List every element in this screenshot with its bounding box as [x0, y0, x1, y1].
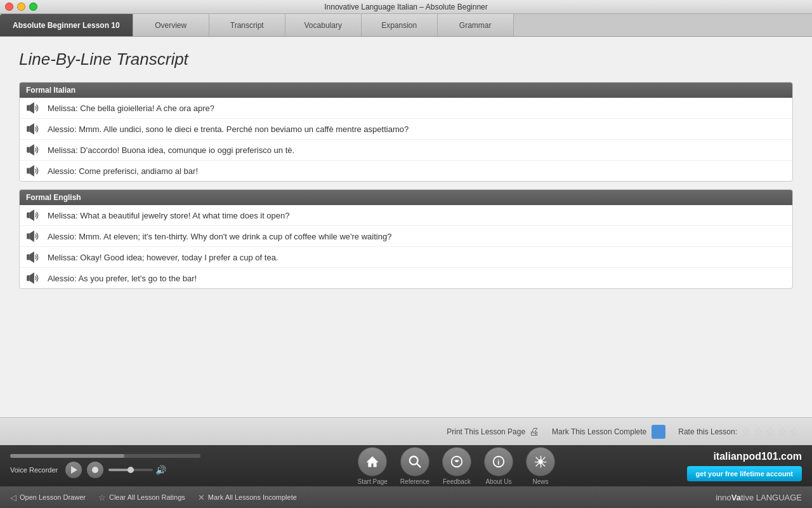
transcript-line: Melissa: Okay! Good idea; however, today… [20, 247, 792, 268]
line-text: Melissa: Che bella gioielleria! A che or… [48, 104, 214, 113]
audio-play-button[interactable] [25, 229, 43, 243]
transcript-line: Melissa: D'accordo! Buona idea, comunque… [20, 140, 792, 161]
playback-controls: Voice Recorder 🔊 [10, 462, 226, 478]
svg-text:i: i [497, 458, 499, 465]
page-title: Line-By-Line Transcript [19, 50, 793, 69]
volume-track [108, 469, 153, 471]
mark-incomplete-label: Mark All Lessons Incomplete [208, 493, 297, 501]
clear-ratings-button[interactable]: ☆ Clear All Lesson Ratings [98, 493, 185, 502]
section-header-italian: Formal Italian [20, 83, 792, 98]
rate-section: Rate this Lesson: ☆ ☆ ☆ ☆ ☆ [678, 425, 799, 439]
maximize-button[interactable] [29, 3, 37, 11]
volume-handle[interactable] [128, 467, 134, 473]
star-1[interactable]: ☆ [741, 425, 751, 439]
title-bar: Innovative Language Italian – Absolute B… [0, 0, 812, 14]
svg-point-17 [410, 456, 418, 464]
drawer-icon: ◁ [10, 493, 16, 502]
star-5[interactable]: ☆ [789, 425, 799, 439]
line-text: Alessio: Mmm. Alle undici, sono le dieci… [48, 124, 409, 134]
transcript-section-italian: Formal Italian Melissa: Che bella gioiel… [19, 82, 793, 182]
nav-reference[interactable]: Reference [400, 447, 429, 485]
nav-feedback[interactable]: Feedback [442, 447, 471, 485]
svg-rect-10 [27, 234, 30, 239]
line-text: Alessio: Mmm. At eleven; it's ten-thirty… [48, 232, 391, 241]
audio-play-button[interactable] [25, 143, 43, 157]
transcript-line: Melissa: Che bella gioielleria! A che or… [20, 98, 792, 119]
star-icon: ☆ [98, 493, 106, 502]
close-button[interactable] [5, 3, 13, 11]
window-title: Innovative Language Italian – Absolute B… [324, 3, 488, 11]
info-icon: i [484, 447, 513, 476]
tab-expansion[interactable]: Expansion [362, 14, 438, 36]
nav-news[interactable]: News [526, 447, 555, 485]
line-text: Alessio: As you prefer, let's go to the … [48, 274, 197, 283]
svg-rect-14 [27, 276, 30, 281]
audio-play-button[interactable] [25, 208, 43, 222]
progress-bar[interactable] [10, 454, 200, 458]
voice-recorder-label: Voice Recorder [10, 466, 58, 474]
clear-ratings-label: Clear All Lesson Ratings [109, 493, 185, 501]
svg-rect-0 [27, 105, 30, 111]
minimize-button[interactable] [17, 3, 25, 11]
audio-play-button[interactable] [25, 271, 43, 285]
home-icon [358, 447, 387, 476]
svg-marker-5 [30, 144, 34, 156]
content-area: Line-By-Line Transcript Formal Italian M… [0, 37, 812, 417]
get-account-button[interactable]: get your free lifetime account [687, 466, 802, 481]
progress-fill [10, 454, 124, 458]
x-icon: ✕ [198, 493, 205, 502]
nav-label-reference: Reference [400, 478, 429, 485]
audio-play-button[interactable] [25, 250, 43, 264]
nav-start-page[interactable]: Start Page [358, 447, 388, 485]
svg-point-22 [538, 459, 542, 464]
play-icon [71, 466, 77, 474]
svg-rect-4 [27, 147, 30, 153]
audio-play-button[interactable] [25, 101, 43, 115]
mark-complete-label: Mark This Lesson Complete [552, 427, 646, 436]
brand-logo: italianpod101.com [713, 451, 802, 462]
transcript-line: Alessio: Come preferisci, andiamo al bar… [20, 161, 792, 181]
mark-complete-button[interactable]: Mark This Lesson Complete [552, 425, 665, 439]
tab-overview[interactable]: Overview [133, 14, 209, 36]
record-button[interactable] [87, 462, 103, 478]
svg-marker-11 [30, 231, 34, 242]
star-2[interactable]: ☆ [753, 425, 763, 439]
audio-play-button[interactable] [25, 164, 43, 178]
line-text: Alessio: Come preferisci, andiamo al bar… [48, 166, 198, 176]
tab-lesson[interactable]: Absolute Beginner Lesson 10 [0, 14, 133, 36]
open-drawer-label: Open Lesson Drawer [20, 493, 86, 501]
svg-marker-1 [30, 102, 34, 114]
volume-fill [108, 469, 129, 471]
tab-transcript[interactable]: Transcript [209, 14, 285, 36]
action-bar: Print This Lesson Page 🖨 Mark This Lesso… [0, 417, 812, 445]
transcript-line: Melissa: What a beautiful jewelry store!… [20, 205, 792, 226]
star-3[interactable]: ☆ [765, 425, 775, 439]
tab-vocabulary[interactable]: Vocabulary [285, 14, 362, 36]
line-text: Melissa: What a beautiful jewelry store!… [48, 211, 290, 220]
window-controls[interactable] [5, 3, 37, 11]
star-rating[interactable]: ☆ ☆ ☆ ☆ ☆ [741, 425, 799, 439]
open-drawer-button[interactable]: ◁ Open Lesson Drawer [10, 493, 86, 502]
tab-bar: Absolute Beginner Lesson 10 Overview Tra… [0, 14, 812, 37]
print-button[interactable]: Print This Lesson Page 🖨 [447, 426, 539, 438]
record-icon [92, 467, 98, 473]
star-4[interactable]: ☆ [777, 425, 787, 439]
tab-grammar[interactable]: Grammar [438, 14, 514, 36]
volume-control[interactable]: 🔊 [108, 465, 166, 475]
nav-label-start-page: Start Page [358, 478, 388, 485]
section-header-english: Formal English [20, 190, 792, 205]
innovative-logo: innoVative LANGUAGE [716, 493, 802, 502]
svg-marker-16 [367, 456, 378, 466]
audio-play-button[interactable] [25, 122, 43, 136]
player-bar: Voice Recorder 🔊 [0, 445, 812, 486]
nav-label-feedback: Feedback [443, 478, 471, 485]
mark-incomplete-button[interactable]: ✕ Mark All Lessons Incomplete [198, 493, 297, 502]
svg-marker-3 [30, 123, 34, 135]
print-label: Print This Lesson Page [447, 427, 525, 436]
transcript-section-english: Formal English Melissa: What a beautiful… [19, 189, 793, 289]
play-button[interactable] [65, 462, 82, 478]
complete-checkbox[interactable] [652, 425, 665, 439]
svg-rect-6 [27, 168, 30, 174]
nav-about-us[interactable]: i About Us [484, 447, 513, 485]
svg-marker-9 [30, 210, 34, 221]
